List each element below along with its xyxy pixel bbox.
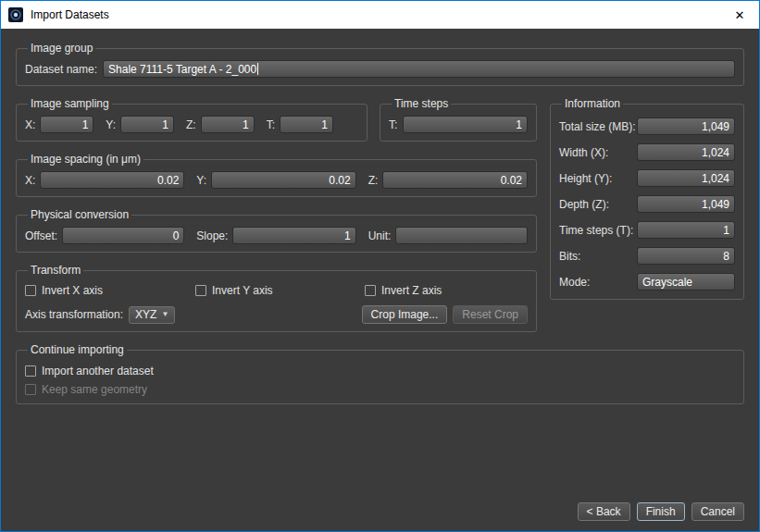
reset-crop-button: Reset Crop	[453, 305, 528, 324]
back-button[interactable]: < Back	[578, 502, 630, 521]
information-section: Information Total size (MB): 1,049 Width…	[550, 98, 744, 300]
bits-value: 8	[637, 247, 735, 265]
finish-button[interactable]: Finish	[637, 502, 685, 521]
info-row-width: Width (X): 1,024	[559, 143, 735, 161]
import-another-checkbox-box	[25, 365, 36, 377]
dialog-footer: < Back Finish Cancel	[578, 502, 744, 521]
sampling-z-label: Z:	[186, 118, 196, 131]
dataset-name-label: Dataset name:	[25, 63, 97, 76]
spacing-x-label: X:	[25, 174, 35, 187]
close-icon[interactable]: ✕	[720, 1, 759, 29]
chevron-down-icon: ▼	[161, 311, 168, 318]
sampling-z-group: Z: 1	[186, 116, 255, 133]
spacing-z-group: Z: 0.02	[368, 171, 528, 189]
height-value: 1,024	[637, 169, 735, 187]
info-row-bits: Bits: 8	[559, 247, 735, 265]
spacing-x-group: X: 0.02	[25, 171, 184, 189]
physical-conversion-fields: Offset: 0 Slope: 1 Unit:	[25, 227, 528, 244]
time-steps-label: T:	[389, 118, 397, 131]
info-time-steps-value: 1	[637, 221, 735, 239]
spacing-y-label: Y:	[196, 174, 206, 187]
bits-label: Bits:	[559, 250, 580, 263]
information-legend: Information	[562, 98, 623, 110]
physical-conversion-legend: Physical conversion	[28, 209, 131, 221]
height-label: Height (Y):	[559, 172, 612, 185]
unit-input[interactable]	[395, 227, 528, 244]
sampling-z-input[interactable]: 1	[201, 116, 255, 133]
axis-transformation-label: Axis transformation:	[25, 308, 123, 321]
crop-image-button[interactable]: Crop Image...	[362, 305, 448, 324]
spacing-y-group: Y: 0.02	[196, 171, 355, 189]
total-size-value: 1,049	[637, 118, 735, 135]
spacing-z-input[interactable]: 0.02	[382, 171, 528, 189]
spacing-z-label: Z:	[368, 174, 379, 187]
sampling-timesteps-row: Image sampling X: 1 Y: 1 Z:	[16, 98, 537, 154]
invert-z-checkbox[interactable]: Invert Z axis	[365, 284, 442, 297]
keep-geometry-checkbox-box	[25, 384, 36, 395]
slope-label: Slope:	[196, 229, 228, 242]
invert-y-checkbox-box	[195, 285, 206, 296]
invert-y-label: Invert Y axis	[212, 284, 273, 297]
window-title: Import Datasets	[31, 8, 713, 21]
info-row-time-steps: Time steps (T): 1	[559, 221, 735, 239]
invert-checkboxes-row: Invert X axis Invert Y axis Invert Z axi…	[25, 284, 528, 297]
mode-label: Mode:	[559, 276, 590, 289]
dataset-name-row: Dataset name: Shale 7111-5 Target A - 2_…	[25, 60, 735, 78]
continue-importing-section: Continue importing Import another datase…	[16, 344, 744, 404]
import-another-dataset-checkbox[interactable]: Import another dataset	[25, 365, 735, 377]
width-label: Width (X):	[559, 146, 608, 159]
app-icon	[8, 7, 23, 22]
info-time-steps-label: Time steps (T):	[559, 224, 633, 237]
depth-label: Depth (Z):	[559, 198, 609, 211]
offset-input[interactable]: 0	[62, 227, 184, 244]
middle-columns: Image sampling X: 1 Y: 1 Z:	[16, 98, 744, 332]
titlebar[interactable]: Import Datasets ✕	[1, 1, 759, 29]
sampling-t-input[interactable]: 1	[280, 116, 333, 133]
time-steps-section: Time steps T: 1	[380, 98, 537, 142]
sampling-x-input[interactable]: 1	[40, 116, 93, 133]
axis-transformation-value: XYZ	[135, 308, 156, 321]
info-row-height: Height (Y): 1,024	[559, 169, 735, 187]
unit-group: Unit:	[368, 227, 528, 244]
import-another-label: Import another dataset	[42, 365, 154, 377]
keep-same-geometry-checkbox: Keep same geometry	[25, 383, 735, 396]
left-column: Image sampling X: 1 Y: 1 Z:	[16, 98, 537, 332]
slope-input[interactable]: 1	[232, 227, 355, 244]
axis-transformation-dropdown[interactable]: XYZ ▼	[129, 306, 175, 324]
unit-label: Unit:	[368, 229, 392, 242]
depth-value: 1,049	[637, 195, 735, 213]
total-size-label: Total size (MB):	[559, 120, 636, 133]
image-sampling-section: Image sampling X: 1 Y: 1 Z:	[16, 98, 368, 142]
time-steps-input[interactable]: 1	[403, 116, 528, 133]
image-spacing-legend: Image spacing (in μm)	[28, 154, 143, 166]
transform-section: Transform Invert X axis Invert Y axis	[16, 265, 537, 332]
spacing-y-input[interactable]: 0.02	[211, 171, 356, 189]
image-group-legend: Image group	[28, 43, 95, 55]
invert-z-checkbox-box	[365, 285, 376, 296]
dialog-content: Image group Dataset name: Shale 7111-5 T…	[1, 29, 759, 531]
dataset-name-input[interactable]: Shale 7111-5 Target A - 2_000	[103, 60, 735, 78]
time-steps-legend: Time steps	[392, 98, 451, 110]
width-value: 1,024	[637, 143, 735, 161]
spacing-x-input[interactable]: 0.02	[40, 171, 184, 189]
sampling-y-input[interactable]: 1	[120, 116, 174, 133]
image-sampling-fields: X: 1 Y: 1 Z: 1	[25, 116, 358, 133]
sampling-t-label: T:	[267, 118, 275, 131]
info-row-mode: Mode: Grayscale	[559, 273, 735, 291]
invert-x-label: Invert X axis	[42, 284, 103, 297]
axis-transformation-row: Axis transformation: XYZ ▼ Crop Image...…	[25, 305, 528, 324]
continue-importing-legend: Continue importing	[28, 344, 127, 356]
dataset-name-value: Shale 7111-5 Target A - 2_000	[108, 63, 256, 76]
sampling-x-group: X: 1	[25, 116, 93, 133]
offset-label: Offset:	[25, 229, 57, 242]
import-datasets-dialog: Import Datasets ✕ Image group Dataset na…	[0, 0, 760, 532]
keep-geometry-label: Keep same geometry	[42, 383, 147, 396]
cancel-button[interactable]: Cancel	[691, 502, 744, 521]
image-spacing-section: Image spacing (in μm) X: 0.02 Y: 0.02 Z:	[16, 154, 537, 197]
transform-legend: Transform	[28, 265, 83, 277]
invert-y-checkbox[interactable]: Invert Y axis	[195, 284, 365, 297]
sampling-y-label: Y:	[106, 118, 116, 131]
invert-x-checkbox[interactable]: Invert X axis	[25, 284, 195, 297]
info-row-total-size: Total size (MB): 1,049	[559, 118, 735, 135]
invert-z-label: Invert Z axis	[381, 284, 442, 297]
